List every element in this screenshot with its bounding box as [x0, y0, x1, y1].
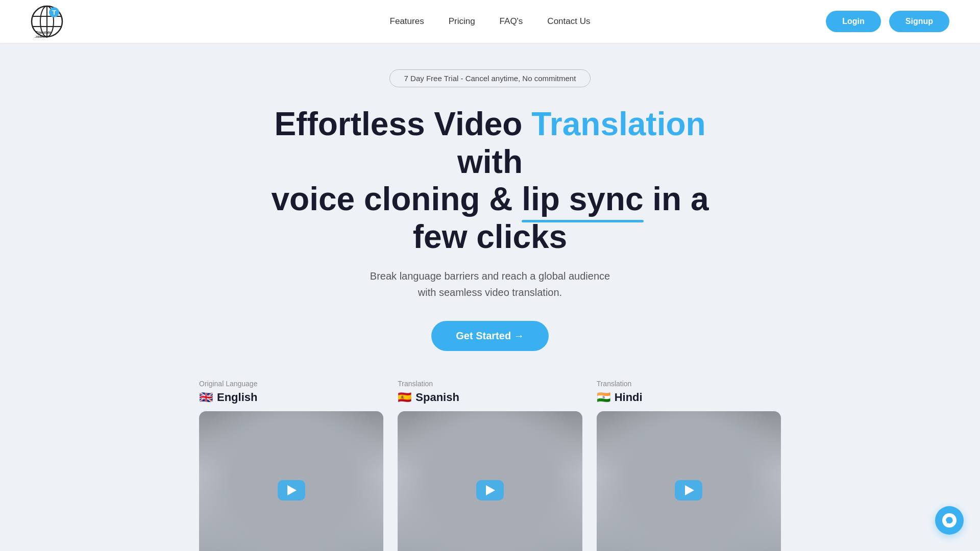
nav-features[interactable]: Features — [390, 16, 424, 26]
language-spanish: Spanish — [415, 391, 459, 404]
play-icon-spanish — [486, 485, 495, 495]
video-thumb-english[interactable] — [199, 411, 383, 551]
video-lang-english: 🇬🇧 English — [199, 391, 383, 404]
nav-contact[interactable]: Contact Us — [547, 16, 590, 26]
flag-uk: 🇬🇧 — [199, 391, 213, 404]
play-button-spanish[interactable] — [476, 480, 504, 500]
flag-spain: 🇪🇸 — [398, 391, 411, 404]
video-columns: Original Language 🇬🇧 English Translation… — [199, 380, 781, 551]
hero-title-part2: with — [457, 143, 523, 180]
login-button[interactable]: Login — [826, 11, 881, 32]
play-icon-english — [287, 485, 297, 495]
signup-button[interactable]: Signup — [889, 11, 949, 32]
video-lang-hindi: 🇮🇳 Hindi — [597, 391, 781, 404]
hero-subtitle: Break language barriers and reach a glob… — [370, 268, 610, 300]
logo[interactable]: T Translate -Videos- — [31, 5, 63, 38]
nav-links: Features Pricing FAQ's Contact Us — [390, 16, 591, 27]
video-col-spanish: Translation 🇪🇸 Spanish — [398, 380, 582, 551]
video-thumb-spanish[interactable] — [398, 411, 582, 551]
hero-title-highlight: Translation — [531, 106, 705, 142]
play-button-hindi[interactable] — [675, 480, 702, 500]
video-section: Original Language 🇬🇧 English Translation… — [0, 380, 980, 551]
play-button-english[interactable] — [278, 480, 305, 500]
get-started-button[interactable]: Get Started → — [431, 321, 548, 351]
chat-icon — [942, 513, 957, 528]
navigation: T Translate -Videos- Features Pricing FA… — [0, 0, 980, 43]
hero-title: Effortless Video Translation with voice … — [260, 106, 720, 256]
video-lang-spanish: 🇪🇸 Spanish — [398, 391, 582, 404]
nav-actions: Login Signup — [826, 11, 949, 32]
svg-text:T: T — [52, 9, 56, 16]
video-label-spanish: Translation — [398, 380, 582, 388]
video-thumb-hindi[interactable] — [597, 411, 781, 551]
nav-pricing[interactable]: Pricing — [449, 16, 475, 26]
language-hindi: Hindi — [615, 391, 643, 404]
flag-india: 🇮🇳 — [597, 391, 610, 404]
video-col-english: Original Language 🇬🇧 English — [199, 380, 383, 551]
hero-section: 7 Day Free Trial - Cancel anytime, No co… — [0, 43, 980, 380]
nav-faq[interactable]: FAQ's — [500, 16, 523, 26]
video-col-hindi: Translation 🇮🇳 Hindi — [597, 380, 781, 551]
language-english: English — [217, 391, 257, 404]
chat-widget[interactable] — [935, 506, 964, 535]
video-label-hindi: Translation — [597, 380, 781, 388]
hero-title-underline: lip sync — [522, 181, 643, 218]
video-label-english: Original Language — [199, 380, 383, 388]
hero-title-line2: voice cloning & lip sync in a few clicks — [271, 181, 708, 255]
hero-title-part1: Effortless Video — [274, 106, 531, 142]
trial-badge: 7 Day Free Trial - Cancel anytime, No co… — [389, 69, 591, 87]
svg-text:Translate: Translate — [36, 31, 52, 34]
svg-text:-Videos-: -Videos- — [35, 35, 48, 38]
play-icon-hindi — [685, 485, 694, 495]
